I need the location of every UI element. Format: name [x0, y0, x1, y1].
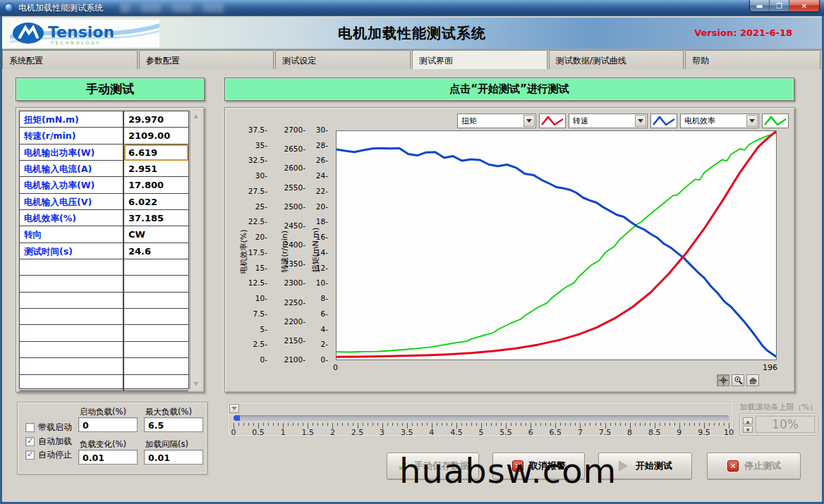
load-change-label: 负载变化(%) — [80, 439, 126, 450]
checkbox-icon[interactable] — [25, 437, 35, 446]
redacted-text — [120, 4, 226, 13]
table-row-empty — [20, 309, 188, 325]
tab-parameter-config[interactable]: 参数配置 — [139, 50, 274, 69]
red-x-icon: ✕ — [727, 460, 739, 472]
header: Tension TECHNOLOGY 电机加载性能测试系统 Version: 2… — [2, 18, 822, 49]
slider-fill — [234, 415, 240, 421]
table-row: 电机效率(%)37.185 — [20, 210, 188, 226]
selected-cell[interactable]: 6.619 — [124, 145, 188, 161]
watermark: huabsw.com — [399, 451, 617, 491]
start-load-label: 启动负载(%) — [80, 407, 126, 417]
maximize-button[interactable]: ❐ — [770, 0, 789, 11]
max-load-label: 最大负载(%) — [145, 407, 192, 417]
version-label: Version: 2021-6-18 — [694, 27, 792, 38]
chevron-down-icon[interactable] — [635, 115, 646, 127]
scroll-limit-spinner: ▲ ▼ 10% — [739, 413, 818, 436]
load-settings-group: 带载启动 自动加载 自动停止 启动负载(%) 0 最大负载(%) 6.5 负载变… — [17, 402, 207, 474]
max-load-input[interactable]: 6.5 — [144, 417, 203, 432]
table-row: 测试时间(s)24.6 — [20, 243, 188, 259]
table-row-empty — [20, 375, 188, 391]
scroll-up-icon[interactable]: ▲ — [190, 111, 201, 121]
tab-system-config[interactable]: 系统配置 — [2, 50, 138, 69]
tab-bar: 系统配置 参数配置 测试设定 测试界面 测试数据/测试曲线 帮助 — [2, 49, 822, 69]
tab-test-interface[interactable]: 测试界面 — [412, 50, 547, 69]
chart-legend: 扭矩 转速 电机效率 — [457, 113, 789, 128]
scroll-down-icon[interactable]: ▼ — [190, 379, 201, 389]
spinner-down-icon[interactable]: ▼ — [743, 426, 753, 433]
chevron-down-icon[interactable] — [523, 115, 535, 127]
app-window: 电机加载性能测试系统 ▬ ❐ ✕ Tension TECHNOLOGY 电机加载… — [0, 0, 824, 504]
load-change-input[interactable]: 0.01 — [78, 450, 138, 465]
close-button[interactable]: ✕ — [789, 0, 819, 11]
zoom-tool[interactable] — [732, 374, 744, 386]
chevron-down-icon[interactable] — [746, 115, 758, 127]
series-select-efficiency[interactable]: 电机效率 — [680, 113, 759, 128]
table-row-empty — [20, 342, 188, 358]
graph-palette — [717, 374, 759, 386]
checkbox-icon[interactable] — [25, 423, 35, 432]
spinner-up-icon[interactable]: ▲ — [743, 417, 753, 424]
start-load-input[interactable]: 0 — [78, 417, 138, 432]
table-row: 转向CW — [20, 226, 188, 242]
crosshair-tool[interactable] — [717, 374, 729, 386]
start-test-banner: 点击“开始测试”进行测试 — [224, 78, 794, 101]
curves-svg — [337, 131, 776, 359]
stop-test-button[interactable]: ✕ 停止测试 — [707, 453, 801, 479]
plot-area[interactable] — [336, 130, 777, 360]
page-title: 电机加载性能测试系统 — [338, 24, 486, 43]
slider-labels: 00.511.522.533.544.555.566.577.588.599.5… — [234, 428, 729, 437]
table-row: 电机输入电流(A)2.951 — [20, 161, 188, 177]
titlebar[interactable]: 电机加载性能测试系统 ▬ ❐ ✕ — [0, 0, 824, 16]
speed-line-icon — [650, 113, 677, 128]
table-row: 电机输入电压(V)6.022 — [20, 194, 188, 210]
minimize-button[interactable]: ▬ — [750, 0, 770, 11]
torque-line-icon — [539, 113, 566, 128]
slider-handle[interactable] — [229, 404, 239, 413]
manual-test-button[interactable]: 手动测试 — [16, 78, 205, 101]
checkbox-load-start[interactable]: 带载启动 — [25, 422, 72, 434]
load-interval-input[interactable]: 0.01 — [144, 450, 203, 465]
measurement-table-panel: 扭矩(mN.m)29.970 转速(r/min)2109.00 电机输出功率(W… — [16, 107, 205, 393]
scroll-limit-label: 加载滚动条上限（%） — [740, 402, 817, 412]
table-row-empty — [20, 276, 188, 292]
table-row-empty — [20, 259, 188, 276]
slider-track[interactable] — [234, 415, 729, 421]
load-interval-label: 加载间隔(s) — [145, 439, 188, 450]
checkbox-icon[interactable] — [25, 450, 35, 460]
x-max-label: 196 — [763, 363, 777, 372]
efficiency-line-icon — [762, 113, 789, 128]
table-row-empty — [20, 293, 188, 309]
torque-axis-ticks: 0-2-4-6-8-10-12-14-16-18-20-22-24-26-28-… — [301, 130, 328, 360]
table-row: 扭矩(mN.m)29.970 — [20, 111, 188, 128]
table-row-empty — [20, 325, 188, 341]
efficiency-axis-ticks: 0-2.5-5-7.5-10-12.5-15-17.5-20-22.5-25-2… — [235, 130, 267, 360]
app-icon — [4, 3, 14, 13]
load-slider-group: 00.511.522.533.544.555.566.577.588.599.5… — [227, 402, 734, 437]
logo-text: Tension — [48, 23, 114, 41]
logo-subtext: TECHNOLOGY — [50, 40, 101, 45]
scroll-limit-value[interactable]: 10% — [756, 416, 815, 433]
table-row-empty — [20, 358, 188, 374]
x-min-label: 0 — [333, 363, 338, 372]
table-row: 转速(r/min)2109.00 — [20, 128, 188, 144]
tab-test-setting[interactable]: 测试设定 — [275, 50, 411, 69]
window-title: 电机加载性能测试系统 — [18, 2, 103, 14]
table-row: 电机输出功率(W)6.619 — [20, 145, 188, 161]
measurement-table: 扭矩(mN.m)29.970 转速(r/min)2109.00 电机输出功率(W… — [19, 111, 189, 389]
play-icon — [618, 460, 631, 472]
chart-panel: 扭矩 转速 电机效率 电机效率(%) 转速(r/min) 扭矩(mN. — [224, 107, 795, 393]
checkbox-auto-load[interactable]: 自动加载 — [25, 436, 72, 448]
tab-test-data-curves[interactable]: 测试数据/测试曲线 — [549, 50, 684, 69]
table-scrollbar[interactable]: ▲ ▼ — [190, 111, 201, 389]
series-select-speed[interactable]: 转速 — [569, 113, 648, 128]
table-row: 电机输入功率(W)17.800 — [20, 177, 188, 193]
checkbox-auto-stop[interactable]: 自动停止 — [25, 449, 72, 461]
pan-tool[interactable] — [746, 374, 759, 386]
tension-logo: Tension TECHNOLOGY — [10, 20, 159, 47]
tab-help[interactable]: 帮助 — [685, 50, 820, 69]
series-select-torque[interactable]: 扭矩 — [457, 113, 536, 128]
